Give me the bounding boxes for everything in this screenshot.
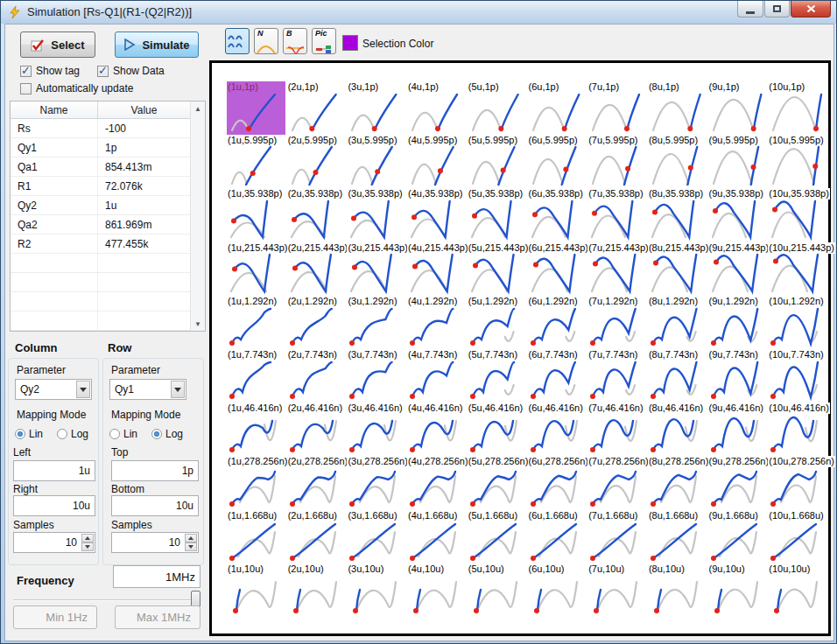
plot-cell[interactable]: (1u,1.668u) — [227, 510, 285, 564]
plot-cell[interactable]: (2u,215.443p) — [287, 242, 346, 296]
plot-cell[interactable]: (9u,5.995p) — [708, 135, 767, 188]
row-log-radio[interactable]: Log — [151, 428, 183, 440]
header-name[interactable]: Name — [11, 102, 98, 118]
plot-cell[interactable]: (1u,46.416n) — [227, 402, 285, 456]
spin-down-icon[interactable] — [81, 542, 94, 551]
frequency-input[interactable] — [113, 565, 200, 588]
plot-cell[interactable]: (5u,1p) — [468, 81, 526, 135]
plot-cell[interactable]: (6u,7.743n) — [528, 349, 587, 402]
plot-cell[interactable]: (8u,278.256n) — [648, 456, 707, 509]
selection-color-swatch[interactable] — [342, 35, 358, 51]
plot-cell[interactable]: (2u,1p) — [287, 81, 346, 135]
plot-cell[interactable]: (6u,35.938p) — [528, 188, 587, 242]
plot-cell[interactable]: (5u,46.416n) — [468, 402, 526, 456]
column-parameter-select[interactable]: Qy2 — [15, 379, 92, 400]
table-row[interactable]: Qa1854.413m — [11, 158, 190, 177]
plot-cell[interactable]: (7u,278.256n) — [587, 456, 646, 509]
plot-cell[interactable]: (9u,1p) — [708, 81, 767, 135]
plot-cell[interactable]: (4u,35.938p) — [407, 188, 466, 242]
table-row-empty[interactable] — [11, 312, 190, 331]
plot-cell[interactable]: (8u,35.938p) — [648, 188, 707, 242]
plot-cell[interactable]: (3u,7.743n) — [347, 349, 405, 402]
n-curve-icon-button[interactable]: N — [254, 28, 278, 54]
plot-cell[interactable]: (5u,278.256n) — [468, 456, 526, 509]
plot-cell[interactable]: (8u,5.995p) — [648, 135, 707, 188]
plot-cell[interactable]: (1u,10u) — [227, 564, 285, 617]
plot-cell[interactable]: (9u,278.256n) — [708, 456, 767, 509]
plot-cell[interactable]: (2u,5.995p) — [287, 135, 346, 188]
spin-up-icon[interactable] — [81, 534, 94, 542]
select-button[interactable]: Select — [20, 32, 95, 58]
plot-cell[interactable]: (6u,10u) — [528, 564, 587, 617]
show-tag-checkbox[interactable]: Show tag — [20, 65, 80, 77]
header-value[interactable]: Value — [98, 102, 190, 118]
plot-cell[interactable]: (1u,215.443p) — [227, 242, 285, 296]
plot-cell[interactable]: (3u,1.292n) — [347, 296, 405, 349]
plot-cell[interactable]: (7u,1p) — [587, 81, 646, 135]
plot-cell[interactable]: (1u,35.938p) — [227, 188, 285, 242]
table-row-empty[interactable] — [11, 292, 190, 312]
plot-cell[interactable]: (4u,10u) — [407, 564, 466, 617]
plot-cell[interactable]: (9u,215.443p) — [708, 242, 767, 296]
column-samples-spinner[interactable] — [81, 534, 94, 551]
plot-cell[interactable]: (9u,7.743n) — [708, 349, 767, 402]
table-scrollbar[interactable]: ▲ ▼ — [190, 102, 205, 331]
plot-cell[interactable]: (2u,278.256n) — [287, 456, 346, 509]
plot-cell[interactable]: (4u,1.668u) — [407, 510, 466, 564]
table-row-empty[interactable] — [11, 273, 190, 292]
table-row[interactable]: Qy11p — [11, 138, 190, 158]
plot-cell[interactable]: (6u,1.292n) — [528, 296, 587, 349]
plot-cell[interactable]: (9u,1.668u) — [708, 510, 767, 564]
plot-cell[interactable]: (7u,5.995p) — [587, 135, 646, 188]
plot-cell[interactable]: (4u,7.743n) — [407, 349, 466, 402]
table-row[interactable]: R2477.455k — [11, 234, 190, 254]
plot-cell[interactable]: (5u,5.995p) — [468, 135, 526, 188]
plot-cell[interactable]: (9u,1.292n) — [708, 296, 767, 349]
table-row[interactable]: Rs-100 — [11, 119, 190, 138]
plot-cell[interactable]: (6u,46.416n) — [528, 402, 587, 456]
spin-down-icon[interactable] — [185, 542, 197, 551]
plot-cell[interactable]: (4u,278.256n) — [407, 456, 466, 509]
row-parameter-select[interactable]: Qy1 — [109, 379, 186, 400]
close-button[interactable] — [791, 1, 831, 18]
plot-cell[interactable]: (5u,1.292n) — [468, 296, 526, 349]
plot-cell[interactable]: (1u,1.292n) — [227, 296, 285, 349]
plot-cell[interactable]: (2u,46.416n) — [287, 402, 346, 456]
plot-cell[interactable]: (8u,1.668u) — [648, 510, 707, 564]
top-input[interactable] — [111, 460, 199, 481]
pic-icon-button[interactable]: Pic — [312, 28, 336, 54]
plot-cell[interactable]: (2u,1.668u) — [287, 510, 346, 564]
right-input[interactable] — [13, 495, 95, 516]
table-row[interactable]: Qa2861.969m — [11, 215, 190, 234]
column-log-radio[interactable]: Log — [57, 428, 88, 440]
scroll-up-icon[interactable]: ▲ — [191, 102, 205, 116]
plot-cell[interactable]: (6u,215.443p) — [528, 242, 587, 296]
plot-cell[interactable]: (10u,5.995p) — [768, 135, 826, 188]
plot-cell[interactable]: (9u,35.938p) — [708, 188, 767, 242]
plot-cell[interactable]: (10u,7.743n) — [768, 349, 826, 402]
plot-cell[interactable]: (8u,1p) — [648, 81, 707, 135]
plot-cell[interactable]: (1u,278.256n) — [227, 456, 285, 509]
plot-cell[interactable]: (7u,1.292n) — [587, 296, 646, 349]
plot-cell[interactable]: (8u,1.292n) — [648, 296, 707, 349]
plot-cell[interactable]: (8u,46.416n) — [648, 402, 707, 456]
left-input[interactable] — [13, 460, 95, 481]
plot-cell[interactable]: (5u,10u) — [468, 564, 526, 617]
auto-update-checkbox[interactable]: Automatically update — [20, 82, 133, 94]
bottom-input[interactable] — [111, 495, 199, 516]
plot-cell[interactable]: (4u,1.292n) — [407, 296, 466, 349]
plot-cell[interactable]: (7u,215.443p) — [587, 242, 646, 296]
table-row-empty[interactable] — [11, 254, 190, 273]
spin-up-icon[interactable] — [185, 534, 197, 542]
plot-cell[interactable]: (7u,1.668u) — [587, 510, 646, 564]
plot-cell[interactable]: (10u,278.256n) — [768, 456, 826, 509]
plot-cell[interactable]: (1u,5.995p) — [227, 135, 285, 188]
simulate-button[interactable]: Simulate — [115, 32, 199, 58]
plot-cell[interactable]: (7u,7.743n) — [587, 349, 646, 402]
plot-cell[interactable]: (3u,35.938p) — [347, 188, 405, 242]
plot-cell[interactable]: (6u,5.995p) — [528, 135, 587, 188]
max-frequency-button[interactable]: Max 1MHz — [115, 606, 200, 629]
plot-cell[interactable]: (8u,7.743n) — [648, 349, 707, 402]
plot-cell[interactable]: (9u,46.416n) — [708, 402, 767, 456]
plot-cell[interactable]: (6u,1.668u) — [528, 510, 587, 564]
